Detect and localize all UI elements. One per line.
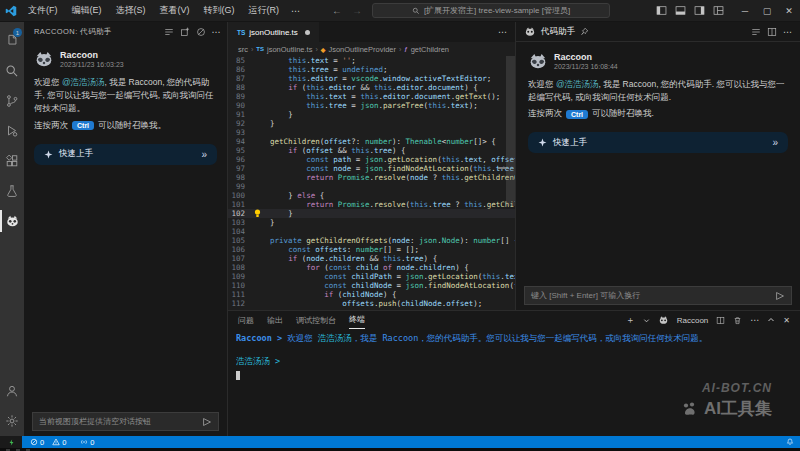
menu-item[interactable]: 文件(F) [22,2,64,19]
line-number: 105 [228,236,252,245]
menu-item[interactable]: 查看(V) [154,2,196,19]
code-editor[interactable]: 85 this.text = '';86 this.tree = undefin… [228,56,515,310]
chat-greeting: 欢迎您 @浩浩汤汤, 我是 Raccoon, 您的代码助手. 您可以让我与您一起… [528,78,788,104]
send-icon[interactable] [775,291,785,301]
menu-item[interactable]: 编辑(E) [66,2,108,19]
breadcrumb[interactable]: src›TSjsonOutline.ts›◆JsonOutlineProvide… [228,42,515,56]
sidebar-header: RACCOON: 代码助手 ⋯ [24,22,227,42]
account-button[interactable] [0,376,24,406]
chevron-double-right-icon: » [772,137,778,148]
quick-start-button[interactable]: 快速上手 » [528,132,788,153]
command-center-search[interactable]: [扩展开发宿主] tree-view-sample [管理员] [372,3,610,18]
line-number: 90 [228,101,252,110]
line-number: 108 [228,263,252,272]
back-icon[interactable]: ← [332,5,342,16]
raccoon-icon [5,214,20,228]
panel-tab-bar: 问题输出调试控制台终端 ＋ Raccoon ⋯ ✕ [228,311,800,329]
panel-tab[interactable]: 问题 [238,311,254,329]
line-number: 91 [228,110,252,119]
toggle-sidebar-icon[interactable] [656,5,667,16]
panel-toolbar: ＋ Raccoon ⋯ ✕ [626,314,790,327]
remote-indicator[interactable] [0,436,22,448]
panel-close-icon[interactable]: ✕ [783,316,790,325]
new-chat-icon[interactable] [180,27,190,37]
chevron-down-icon[interactable] [643,317,650,324]
sidebar-input-placeholder: 当前视图顶栏提供清空对话按钮 [39,416,151,427]
unsaved-dot-icon[interactable] [305,30,310,35]
clear-list-icon[interactable] [164,27,174,37]
editor-actions-more-icon[interactable]: ⋯ [498,27,507,37]
paw-logo-icon [681,401,699,417]
menu-item[interactable]: 运行(R) [243,2,286,19]
ports-status[interactable]: 0 [80,438,94,447]
minimize-button[interactable]: ─ [734,0,756,22]
sidebar-chat-input[interactable]: 当前视图顶栏提供清空对话按钮 [32,412,219,431]
new-terminal-icon[interactable]: ＋ [626,314,635,327]
breadcrumb-item[interactable]: getChildren [411,45,449,54]
layout-controls [656,5,724,16]
watermark-brand: AI工具集 [704,397,772,420]
notifications-button[interactable] [786,438,794,446]
line-number: 111 [228,290,252,299]
vscode-logo-icon [0,5,22,17]
code-line: 106 const offsets: number[] = []; [228,245,515,254]
raccoon-activity-button[interactable] [0,206,24,236]
source-control-activity-button[interactable] [0,86,24,116]
assistant-tab-label[interactable]: 代码助手 [541,26,575,38]
terminal-name-label[interactable]: Raccoon [677,316,709,325]
tab-jsonoutline[interactable]: TS jsonOutline.ts [228,22,319,42]
toggle-panel-icon[interactable] [675,5,686,16]
split-editor-icon[interactable] [767,27,777,37]
extensions-activity-button[interactable] [0,146,24,176]
line-number: 89 [228,92,252,101]
assistant-input-placeholder: 键入 [Shift + Enter] 可输入换行 [531,290,640,301]
search-activity-button[interactable] [0,56,24,86]
warnings-status[interactable]: 0 [52,438,66,447]
bottom-panel: 问题输出调试控制台终端 ＋ Raccoon ⋯ ✕ Raccoon > 欢迎您 … [228,310,800,436]
code-line: 86 this.tree = undefined; [228,65,515,74]
more-actions-icon[interactable]: ⋯ [783,27,792,37]
panel-maximize-icon[interactable] [767,316,775,324]
lightbulb-icon[interactable] [254,209,261,218]
chat-timestamp: 2023/11/23 16:03:23 [60,61,124,68]
sparkle-icon [44,150,53,159]
maximize-button[interactable]: ▢ [756,0,778,22]
assistant-header-actions: ⋯ [751,27,792,37]
forward-icon[interactable]: → [352,5,362,16]
toggle-secondary-sidebar-icon[interactable] [694,5,705,16]
menu-item[interactable]: 选择(S) [110,2,152,19]
quick-start-button[interactable]: 快速上手 » [34,144,217,165]
line-number: 97 [228,164,252,173]
trash-icon[interactable] [733,316,742,325]
overview-ruler-mark [498,167,506,169]
stop-icon[interactable] [196,27,206,37]
run-debug-activity-button[interactable] [0,116,24,146]
breadcrumb-item[interactable]: JsonOutlineProvider [328,45,396,54]
explorer-activity-button[interactable]: 1 [0,26,24,56]
settings-button[interactable] [0,406,24,436]
send-icon[interactable] [202,417,212,427]
panel-tab[interactable]: 终端 [349,311,365,329]
pin-icon[interactable] [580,27,589,36]
more-actions-icon[interactable]: ⋯ [212,27,221,37]
raccoon-icon [524,26,536,37]
close-button[interactable]: ✕ [778,0,800,22]
split-terminal-icon[interactable] [716,316,725,325]
breadcrumb-item[interactable]: src [238,45,248,54]
errors-status[interactable]: 0 [30,438,44,447]
menu-item[interactable]: 转到(G) [198,2,241,19]
panel-tab[interactable]: 输出 [267,311,283,329]
customize-layout-icon[interactable] [713,5,724,16]
line-number: 88 [228,83,252,92]
panel-tab[interactable]: 调试控制台 [296,311,336,329]
sidebar-title: RACCOON: 代码助手 [34,27,112,37]
breadcrumb-item[interactable]: jsonOutline.ts [267,45,312,54]
test-activity-button[interactable] [0,176,24,206]
line-number: 110 [228,281,252,290]
menu-overflow-button[interactable]: ⋯ [285,4,306,18]
editor-scrollbar[interactable] [506,56,515,206]
panel-more-icon[interactable]: ⋯ [750,315,759,325]
clear-list-icon[interactable] [751,27,761,37]
assistant-chat-input[interactable]: 键入 [Shift + Enter] 可输入换行 [524,286,792,305]
breadcrumb-separator: › [315,46,317,53]
